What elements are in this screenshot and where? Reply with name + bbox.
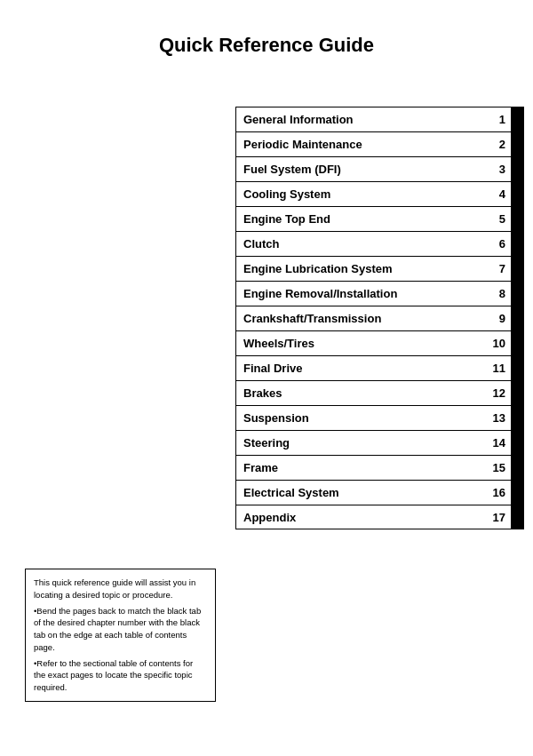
- toc-row[interactable]: Brakes12: [235, 380, 524, 405]
- toc-item-label: Clutch: [236, 237, 488, 251]
- toc-item-label: Engine Lubrication System: [236, 262, 488, 275]
- toc-item-number: 9: [488, 312, 511, 325]
- toc-black-tab: [511, 182, 523, 206]
- toc-item-number: 11: [488, 362, 511, 375]
- toc-item-label: Engine Removal/Installation: [236, 287, 488, 300]
- toc-item-label: Cooling System: [236, 187, 488, 201]
- toc-row[interactable]: Fuel System (DFI)3: [235, 156, 524, 181]
- toc-row[interactable]: Clutch6: [235, 231, 524, 256]
- toc-row[interactable]: Appendix17: [235, 505, 524, 529]
- toc-row[interactable]: Final Drive11: [235, 355, 524, 380]
- toc-black-tab: [511, 306, 523, 330]
- toc-black-tab: [511, 207, 523, 231]
- toc-item-number: 2: [488, 138, 511, 151]
- toc-item-number: 6: [488, 237, 511, 251]
- toc-row[interactable]: Electrical System16: [235, 480, 524, 505]
- toc-black-tab: [511, 107, 523, 131]
- toc-item-label: Crankshaft/Transmission: [236, 312, 488, 325]
- toc-item-label: Fuel System (DFI): [236, 163, 488, 176]
- toc-item-label: Brakes: [236, 386, 488, 400]
- toc-row[interactable]: Engine Top End5: [235, 206, 524, 231]
- toc-row[interactable]: Wheels/Tires10: [235, 330, 524, 355]
- toc-item-label: Periodic Maintenance: [236, 138, 488, 151]
- info-line3: •Refer to the sectional table of content…: [34, 657, 207, 694]
- toc-black-tab: [511, 406, 523, 430]
- toc-item-label: Frame: [236, 461, 488, 474]
- toc-item-number: 13: [488, 411, 511, 425]
- toc-black-tab: [511, 456, 523, 480]
- toc-row[interactable]: Engine Removal/Installation8: [235, 281, 524, 306]
- toc-item-number: 7: [488, 262, 511, 275]
- info-line1: This quick reference guide will assist y…: [34, 577, 207, 601]
- toc-item-number: 17: [488, 511, 511, 524]
- toc-item-number: 10: [488, 337, 511, 350]
- toc-row[interactable]: Engine Lubrication System7: [235, 256, 524, 281]
- toc-item-label: Final Drive: [236, 362, 488, 375]
- toc-container: General Information1Periodic Maintenance…: [235, 107, 524, 529]
- toc-row[interactable]: Crankshaft/Transmission9: [235, 306, 524, 330]
- toc-item-number: 15: [488, 461, 511, 474]
- toc-item-number: 16: [488, 486, 511, 499]
- toc-item-label: Wheels/Tires: [236, 337, 488, 350]
- toc-row[interactable]: Suspension13: [235, 405, 524, 430]
- toc-row[interactable]: Frame15: [235, 455, 524, 480]
- toc-black-tab: [511, 505, 523, 529]
- info-box: This quick reference guide will assist y…: [25, 569, 216, 702]
- toc-item-number: 5: [488, 212, 511, 226]
- toc-item-number: 12: [488, 386, 511, 400]
- toc-item-label: Electrical System: [236, 486, 488, 499]
- toc-item-label: General Information: [236, 113, 488, 126]
- toc-black-tab: [511, 132, 523, 156]
- toc-item-number: 14: [488, 436, 511, 450]
- toc-item-label: Steering: [236, 436, 488, 450]
- page-title: Quick Reference Guide: [0, 0, 533, 75]
- toc-black-tab: [511, 331, 523, 355]
- toc-black-tab: [511, 157, 523, 181]
- toc-black-tab: [511, 381, 523, 405]
- toc-item-number: 4: [488, 187, 511, 201]
- toc-black-tab: [511, 481, 523, 505]
- toc-item-label: Engine Top End: [236, 212, 488, 226]
- toc-row[interactable]: Cooling System4: [235, 181, 524, 206]
- toc-item-label: Appendix: [236, 511, 488, 524]
- toc-black-tab: [511, 282, 523, 306]
- toc-row[interactable]: Periodic Maintenance2: [235, 131, 524, 156]
- toc-item-label: Suspension: [236, 411, 488, 425]
- toc-row[interactable]: Steering14: [235, 430, 524, 455]
- toc-item-number: 1: [488, 113, 511, 126]
- toc-item-number: 8: [488, 287, 511, 300]
- info-line2: •Bend the pages back to match the black …: [34, 605, 207, 654]
- toc-black-tab: [511, 356, 523, 380]
- toc-black-tab: [511, 431, 523, 455]
- toc-black-tab: [511, 232, 523, 256]
- toc-item-number: 3: [488, 163, 511, 176]
- toc-row[interactable]: General Information1: [235, 107, 524, 131]
- toc-black-tab: [511, 257, 523, 281]
